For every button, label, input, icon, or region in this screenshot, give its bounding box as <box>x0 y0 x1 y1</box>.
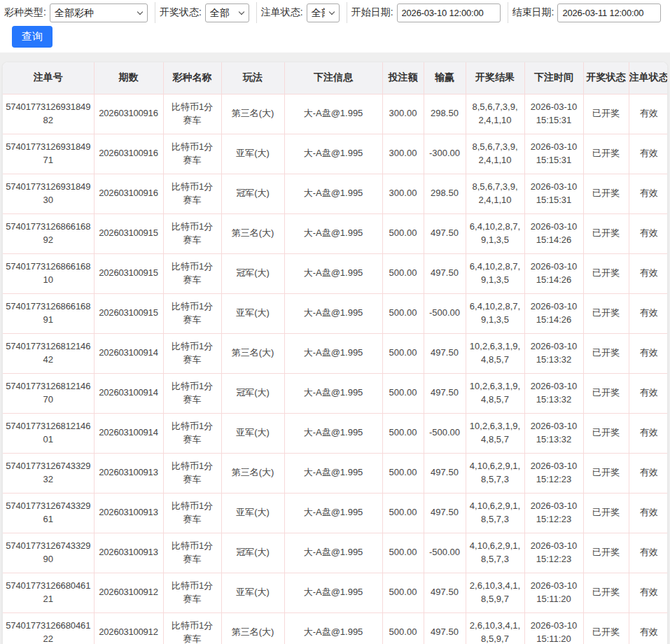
cell-draw-status: 已开奖 <box>583 533 629 573</box>
cell-bet-time: 2026-03-10 15:14:26 <box>524 214 583 253</box>
cell-win-loss: 298.50 <box>424 174 466 214</box>
cell-draw-status: 已开奖 <box>583 174 629 214</box>
cell-win-loss: 497.50 <box>424 373 466 413</box>
cell-bet-status: 有效 <box>629 612 668 644</box>
cell-bet-id: 5740177312681214601 <box>3 413 94 453</box>
cell-draw-status: 已开奖 <box>583 293 629 333</box>
filter-group-start-date: 开始日期: <box>347 2 508 23</box>
cell-period: 202603100916 <box>94 94 163 134</box>
cell-draw-result: 8,5,6,7,3,9,2,4,1,10 <box>466 134 524 174</box>
cell-bet-time: 2026-03-10 15:12:23 <box>524 453 583 493</box>
cell-bet-id: 5740177312693184982 <box>3 94 94 134</box>
cell-win-loss: 497.50 <box>424 253 466 293</box>
cell-period: 202603100914 <box>94 373 163 413</box>
bet-status-label: 注单状态: <box>261 6 303 19</box>
cell-draw-result: 6,4,10,2,8,7,9,1,3,5 <box>466 293 524 333</box>
cell-bet-time: 2026-03-10 15:14:26 <box>524 253 583 293</box>
cell-bet-id: 5740177312674332990 <box>3 533 94 573</box>
cell-bet-time: 2026-03-10 15:15:31 <box>524 174 583 214</box>
table-row: 5740177312686616810 202603100915 比特币1分赛车… <box>3 253 668 293</box>
cell-play-type: 第三名(大) <box>221 94 284 134</box>
table-row: 5740177312681214601 202603100914 比特币1分赛车… <box>3 413 668 453</box>
cell-bet-info: 大-A盘@1.995 <box>284 453 382 493</box>
cell-bet-status: 有效 <box>629 253 668 293</box>
cell-lottery-name: 比特币1分赛车 <box>163 134 221 174</box>
cell-draw-result: 6,4,10,2,8,7,9,1,3,5 <box>466 253 524 293</box>
cell-bet-id: 5740177312674332932 <box>3 453 94 493</box>
table-row: 5740177312681214642 202603100914 比特币1分赛车… <box>3 333 668 373</box>
cell-draw-status: 已开奖 <box>583 573 629 612</box>
cell-bet-time: 2026-03-10 15:13:32 <box>524 333 583 373</box>
cell-period: 202603100913 <box>94 533 163 573</box>
col-header-bet-id: 注单号 <box>3 62 94 94</box>
cell-period: 202603100912 <box>94 612 163 644</box>
cell-play-type: 冠军(大) <box>221 373 284 413</box>
cell-bet-id: 5740177312668046121 <box>3 573 94 612</box>
query-button[interactable]: 查询 <box>12 26 53 48</box>
cell-draw-status: 已开奖 <box>583 333 629 373</box>
cell-lottery-name: 比特币1分赛车 <box>163 493 221 533</box>
start-date-input[interactable] <box>397 4 501 22</box>
cell-lottery-name: 比特币1分赛车 <box>163 373 221 413</box>
cell-play-type: 冠军(大) <box>221 174 284 214</box>
cell-bet-amount: 500.00 <box>382 413 424 453</box>
cell-bet-id: 5740177312693184930 <box>3 174 94 214</box>
cell-draw-status: 已开奖 <box>583 612 629 644</box>
cell-draw-status: 已开奖 <box>583 373 629 413</box>
cell-period: 202603100915 <box>94 293 163 333</box>
cell-bet-status: 有效 <box>629 413 668 453</box>
cell-lottery-name: 比特币1分赛车 <box>163 94 221 134</box>
cell-period: 202603100914 <box>94 413 163 453</box>
cell-bet-info: 大-A盘@1.995 <box>284 493 382 533</box>
cell-bet-info: 大-A盘@1.995 <box>284 612 382 644</box>
cell-win-loss: 497.50 <box>424 612 466 644</box>
cell-bet-id: 5740177312674332961 <box>3 493 94 533</box>
cell-win-loss: 497.50 <box>424 333 466 373</box>
cell-bet-time: 2026-03-10 15:11:20 <box>524 573 583 612</box>
col-header-bet-info: 下注信息 <box>284 62 382 94</box>
cell-bet-amount: 500.00 <box>382 533 424 573</box>
filter-bar: 彩种类型: 全部彩种 开奖状态: 全部 注单状态: 全部 <box>0 0 670 52</box>
cell-period: 202603100916 <box>94 134 163 174</box>
cell-period: 202603100913 <box>94 453 163 493</box>
cell-bet-amount: 500.00 <box>382 293 424 333</box>
filter-row: 彩种类型: 全部彩种 开奖状态: 全部 注单状态: 全部 <box>0 2 670 23</box>
draw-status-select[interactable]: 全部 <box>205 4 249 22</box>
table-row: 5740177312686616892 202603100915 比特币1分赛车… <box>3 214 668 253</box>
filter-group-draw-status: 开奖状态: 全部 <box>155 2 257 23</box>
lottery-type-select[interactable]: 全部彩种 <box>50 4 148 22</box>
cell-period: 202603100914 <box>94 333 163 373</box>
cell-bet-time: 2026-03-10 15:14:26 <box>524 293 583 333</box>
cell-lottery-name: 比特币1分赛车 <box>163 612 221 644</box>
col-header-bet-amount: 投注额 <box>382 62 424 94</box>
cell-bet-status: 有效 <box>629 493 668 533</box>
cell-draw-result: 2,6,10,3,4,1,8,5,9,7 <box>466 573 524 612</box>
cell-bet-id: 5740177312693184971 <box>3 134 94 174</box>
cell-bet-info: 大-A盘@1.995 <box>284 373 382 413</box>
cell-draw-result: 10,2,6,3,1,9,4,8,5,7 <box>466 333 524 373</box>
col-header-win-loss: 输赢 <box>424 62 466 94</box>
cell-bet-id: 5740177312686616810 <box>3 253 94 293</box>
cell-play-type: 第三名(大) <box>221 333 284 373</box>
cell-lottery-name: 比特币1分赛车 <box>163 174 221 214</box>
button-row: 查询 <box>12 26 670 48</box>
cell-bet-amount: 500.00 <box>382 573 424 612</box>
cell-play-type: 亚军(大) <box>221 293 284 333</box>
cell-bet-time: 2026-03-10 15:12:23 <box>524 533 583 573</box>
cell-bet-info: 大-A盘@1.995 <box>284 134 382 174</box>
col-header-draw-status: 开奖状态 <box>583 62 629 94</box>
cell-win-loss: -300.00 <box>424 134 466 174</box>
cell-lottery-name: 比特币1分赛车 <box>163 453 221 493</box>
bet-records-table: 注单号 期数 彩种名称 玩法 下注信息 投注额 输赢 开奖结果 下注时间 开奖状… <box>3 62 668 644</box>
col-header-draw-result: 开奖结果 <box>466 62 524 94</box>
cell-bet-info: 大-A盘@1.995 <box>284 214 382 253</box>
end-date-input[interactable] <box>557 4 661 22</box>
bet-status-select[interactable]: 全部 <box>307 4 340 22</box>
cell-bet-amount: 500.00 <box>382 253 424 293</box>
table-row: 5740177312668046121 202603100912 比特币1分赛车… <box>3 573 668 612</box>
cell-bet-info: 大-A盘@1.995 <box>284 533 382 573</box>
cell-bet-info: 大-A盘@1.995 <box>284 253 382 293</box>
cell-play-type: 第三名(大) <box>221 612 284 644</box>
cell-draw-result: 8,5,6,7,3,9,2,4,1,10 <box>466 174 524 214</box>
end-date-label: 结束日期: <box>512 6 554 19</box>
